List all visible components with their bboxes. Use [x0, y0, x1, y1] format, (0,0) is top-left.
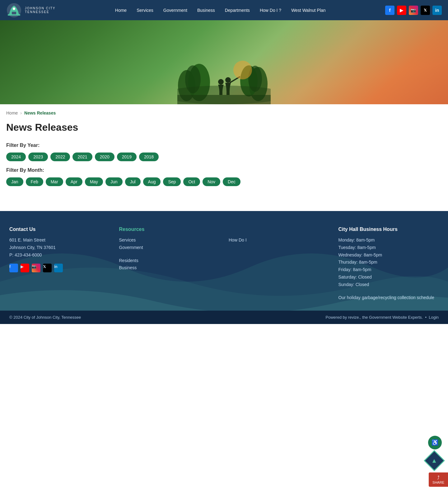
month-btn-may[interactable]: May [85, 177, 103, 186]
footer-social-icons: f ▶ 📷 𝕏 in [9, 264, 110, 272]
page-title: News Releases [6, 122, 442, 133]
month-filter-buttons: Jan Feb Mar Apr May Jun Jul Aug Sep Oct … [6, 177, 442, 186]
youtube-icon[interactable]: ▶ [397, 6, 406, 15]
month-btn-dec[interactable]: Dec [223, 177, 240, 186]
svg-point-9 [218, 79, 224, 85]
footer-hours-sunday: Sunday: Closed [338, 281, 439, 289]
month-btn-oct[interactable]: Oct [183, 177, 200, 186]
month-btn-jan[interactable]: Jan [6, 177, 23, 186]
site-footer: Contact Us 601 E. Main Street Johnson Ci… [0, 211, 448, 324]
logo-icon [6, 2, 22, 18]
footer-bottom: © 2024 City of Johnson City, Tennessee P… [0, 311, 448, 324]
footer-instagram-icon[interactable]: 📷 [32, 264, 40, 272]
footer-link-residents[interactable]: Residents [119, 257, 220, 265]
x-twitter-icon[interactable]: 𝕏 [421, 6, 430, 15]
nav-government[interactable]: Government [159, 5, 192, 15]
nav-business[interactable]: Business [193, 5, 219, 15]
footer-x-icon[interactable]: 𝕏 [43, 264, 52, 272]
year-btn-2023[interactable]: 2023 [28, 153, 48, 161]
year-btn-2020[interactable]: 2020 [95, 153, 114, 161]
footer-contact-heading: Contact Us [9, 227, 110, 232]
site-logo[interactable]: JOHNSON CITY TENNESSEE [6, 2, 55, 18]
instagram-icon[interactable]: 📷 [409, 6, 418, 15]
footer-content: Contact Us 601 E. Main Street Johnson Ci… [0, 211, 448, 311]
footer-hours-tuesday: Tuesday: 8am-5pm [338, 244, 439, 251]
footer-resources-heading: Resources [119, 227, 220, 232]
hero-silhouette [177, 54, 271, 104]
svg-point-13 [177, 86, 271, 104]
footer-hours-thursday: Thursday: 8am-5pm [338, 259, 439, 266]
nav-home[interactable]: Home [111, 5, 131, 15]
footer-link-services[interactable]: Services [119, 237, 220, 244]
facebook-icon[interactable]: f [385, 6, 394, 15]
footer-phone: P: 423-434-6000 [9, 251, 110, 259]
month-btn-nov[interactable]: Nov [203, 177, 220, 186]
footer-link-government[interactable]: Government [119, 244, 220, 251]
site-header: JOHNSON CITY TENNESSEE Home Services Gov… [0, 0, 448, 20]
breadcrumb: Home › News Releases [0, 104, 448, 115]
footer-how-do-i: How Do I [229, 227, 329, 301]
breadcrumb-home[interactable]: Home [6, 110, 18, 115]
month-btn-jul[interactable]: Jul [125, 177, 141, 186]
main-content: News Releases Filter By Year: 2024 2023 … [0, 115, 448, 211]
nav-services[interactable]: Services [132, 5, 158, 15]
filter-year-label: Filter By Year: [6, 143, 442, 148]
logo-text: JOHNSON CITY TENNESSEE [25, 7, 55, 14]
footer-city-hall: City Hall Business Hours Monday: 8am-5pm… [338, 227, 439, 301]
svg-point-1 [13, 7, 15, 10]
nav-west-walnut[interactable]: West Walnut Plan [287, 5, 330, 15]
footer-link-business[interactable]: Business [119, 264, 220, 272]
footer-city-hall-heading: City Hall Business Hours [338, 227, 439, 232]
footer-holiday-schedule-link[interactable]: Our holiday garbage/recycling collection… [338, 294, 439, 302]
footer-linkedin-icon[interactable]: in [54, 264, 63, 272]
month-btn-jun[interactable]: Jun [105, 177, 123, 186]
footer-empty-heading [229, 227, 329, 232]
year-filter-buttons: 2024 2023 2022 2021 2020 2019 2018 [6, 153, 442, 161]
footer-hours-wednesday: Wednesday: 8am-5pm [338, 251, 439, 259]
main-content-area: Home › News Releases News Releases Filte… [0, 104, 448, 211]
year-btn-2022[interactable]: 2022 [50, 153, 70, 161]
footer-link-how-do-i[interactable]: How Do I [229, 237, 329, 244]
nav-how-do-i[interactable]: How Do I ? [255, 5, 286, 15]
year-btn-2024[interactable]: 2024 [6, 153, 26, 161]
footer-resources: Resources Services Government Residents … [119, 227, 220, 301]
year-btn-2018[interactable]: 2018 [139, 153, 159, 161]
footer-contact: Contact Us 601 E. Main Street Johnson Ci… [9, 227, 110, 301]
year-btn-2021[interactable]: 2021 [72, 153, 92, 161]
hero-banner [0, 20, 448, 104]
svg-point-12 [233, 61, 252, 79]
footer-copyright: © 2024 City of Johnson City, Tennessee [9, 315, 81, 320]
breadcrumb-separator: › [20, 110, 22, 115]
footer-powered-by: Powered by revize., the Government Websi… [326, 315, 439, 320]
month-btn-feb[interactable]: Feb [26, 177, 43, 186]
footer-hours-friday: Friday: 8am-5pm [338, 266, 439, 274]
footer-login-link[interactable]: Login [429, 315, 439, 320]
footer-hours-monday: Monday: 8am-5pm [338, 237, 439, 244]
footer-address-line1: 601 E. Main Street [9, 237, 110, 244]
breadcrumb-current: News Releases [24, 110, 56, 115]
year-btn-2019[interactable]: 2019 [117, 153, 137, 161]
footer-facebook-icon[interactable]: f [9, 264, 18, 272]
linkedin-icon[interactable]: in [432, 6, 442, 15]
footer-hours-saturday: Saturday: Closed [338, 274, 439, 281]
nav-departments[interactable]: Departments [221, 5, 254, 15]
filter-month-label: Filter By Month: [6, 167, 442, 173]
footer-youtube-icon[interactable]: ▶ [21, 264, 29, 272]
month-btn-mar[interactable]: Mar [46, 177, 63, 186]
main-nav: Home Services Government Business Depart… [111, 5, 330, 15]
month-btn-sep[interactable]: Sep [163, 177, 181, 186]
month-btn-apr[interactable]: Apr [66, 177, 82, 186]
footer-address-line2: Johnson City, TN 37601 [9, 244, 110, 251]
header-social-icons: f ▶ 📷 𝕏 in [385, 6, 442, 15]
month-btn-aug[interactable]: Aug [143, 177, 161, 186]
